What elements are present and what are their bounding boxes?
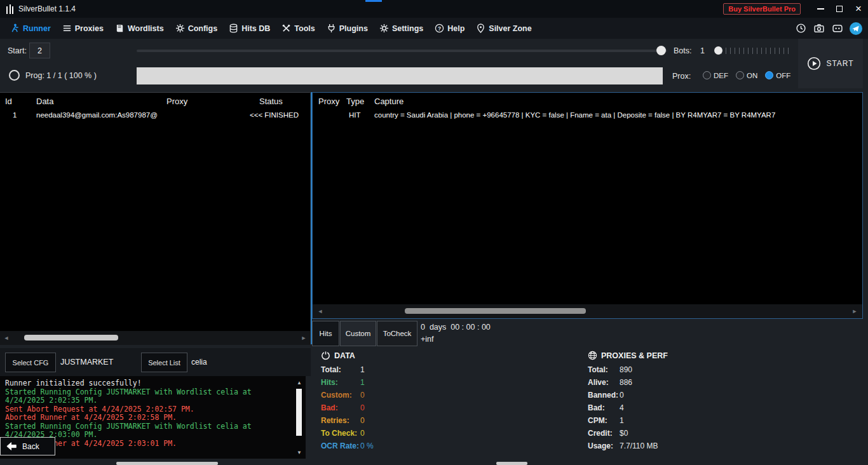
plug-icon	[327, 24, 336, 33]
radio-selected-icon	[765, 71, 773, 79]
help-icon: ?	[435, 24, 444, 33]
power-icon	[321, 351, 330, 360]
horizontal-scrollbar[interactable]: ◄ ►	[0, 331, 310, 345]
config-bar: Select CFG JUSTMARKET Select List celia	[0, 348, 311, 376]
column-header-id[interactable]: Id	[5, 97, 12, 106]
back-button-label: Back	[22, 442, 39, 451]
nav-label: Configs	[188, 24, 218, 33]
prox-radio-group: DEF ON OFF	[703, 71, 790, 79]
nav-item-plugins[interactable]: Plugins	[327, 24, 368, 33]
maximize-button[interactable]	[830, 0, 849, 18]
nav-label: Runner	[23, 24, 51, 33]
nav-item-tools[interactable]: Tools	[281, 24, 315, 33]
tab-custom[interactable]: Custom	[340, 321, 376, 346]
bots-label: Bots:	[674, 46, 692, 55]
close-button[interactable]: ×	[849, 0, 868, 18]
proxy-stats-panel: PROXIES & PERF Total:890 Alive:886 Banne…	[588, 351, 668, 454]
selected-config-name: JUSTMARKET	[60, 358, 113, 367]
bots-slider[interactable]	[713, 44, 792, 57]
log-line: Started Running Config JUSTMARKET with W…	[5, 388, 269, 405]
bottom-scrollbar-thumb[interactable]	[116, 462, 218, 465]
timer-limit: +inf	[421, 335, 434, 344]
nav-label: Wordlists	[128, 24, 164, 33]
minimize-button[interactable]	[811, 0, 830, 18]
column-header-proxy[interactable]: Proxy	[318, 97, 339, 106]
nav-item-settings[interactable]: Settings	[379, 24, 423, 33]
scroll-right-icon[interactable]: ►	[850, 304, 860, 318]
scrollbar-thumb[interactable]	[405, 308, 586, 314]
select-cfg-button[interactable]: Select CFG	[5, 353, 56, 372]
nav-item-configs[interactable]: Configs	[175, 24, 218, 33]
minimize-icon	[817, 8, 824, 10]
log-line: Aborted Runner at 4/24/2025 2:02:58 PM.	[5, 414, 269, 422]
nav-item-hits-db[interactable]: Hits DB	[229, 24, 270, 33]
column-header-proxy[interactable]: Proxy	[166, 97, 187, 106]
nav-item-wordlists[interactable]: Wordlists	[115, 24, 164, 33]
row-cell-status[interactable]: <<< FINISHED	[250, 111, 299, 119]
buy-pro-button[interactable]: Buy SilverBullet Pro	[723, 3, 801, 15]
bottom-scrollbar-thumb[interactable]	[496, 462, 527, 465]
scroll-up-icon[interactable]: ▲	[295, 379, 304, 386]
nav-item-help[interactable]: ? Help	[435, 24, 465, 33]
column-header-status[interactable]: Status	[259, 97, 283, 106]
discord-button[interactable]	[831, 22, 844, 36]
scrollbar-thumb[interactable]	[296, 389, 302, 436]
select-list-button[interactable]: Select List	[141, 353, 187, 372]
column-header-type[interactable]: Type	[346, 97, 364, 106]
nav-item-runner[interactable]: Runner	[10, 24, 51, 33]
svg-text:?: ?	[438, 25, 441, 32]
back-button[interactable]: Back	[0, 437, 55, 455]
nav-item-silver-zone[interactable]: Silver Zone	[476, 24, 531, 33]
horizontal-scrollbar[interactable]: ◄ ►	[313, 304, 862, 318]
stat-proxy-alive: Alive:886	[588, 378, 668, 391]
stat-bad: Bad:0	[321, 403, 374, 416]
nav-item-proxies[interactable]: Proxies	[62, 24, 104, 33]
telegram-button[interactable]	[849, 22, 863, 36]
progress-slider[interactable]	[137, 46, 667, 56]
pin-icon	[476, 24, 485, 33]
slider-track	[137, 50, 667, 52]
nav-label: Proxies	[75, 24, 104, 33]
row-cell-type[interactable]: HIT	[349, 111, 361, 119]
stat-cpm: CPM:1	[588, 416, 668, 429]
start-button-label: START	[826, 59, 853, 68]
start-button[interactable]: START	[798, 39, 863, 88]
gear-icon	[379, 24, 389, 33]
screenshot-button[interactable]	[812, 22, 826, 36]
scroll-down-icon[interactable]: ▼	[295, 448, 304, 456]
bots-value: 1	[700, 46, 705, 55]
tab-label: Hits	[320, 330, 332, 337]
column-header-capture[interactable]: Capture	[374, 97, 403, 106]
tab-label: Custom	[346, 330, 371, 337]
tab-hits[interactable]: Hits	[312, 321, 339, 346]
row-cell-capture[interactable]: country = Saudi Arabia | phone = +966457…	[374, 111, 775, 119]
tab-label: ToCheck	[383, 330, 412, 337]
history-button[interactable]	[794, 22, 808, 36]
nav-label: Tools	[294, 24, 315, 33]
slider-thumb[interactable]	[714, 46, 722, 55]
prox-option-on[interactable]: ON	[736, 71, 757, 79]
tab-tocheck[interactable]: ToCheck	[377, 321, 417, 346]
nav-label: Settings	[392, 24, 423, 33]
main-nav: Runner Proxies Wordlists Configs Hits DB…	[0, 18, 868, 39]
scroll-left-icon[interactable]: ◄	[315, 304, 325, 318]
progress-indicator-circle	[9, 70, 20, 81]
start-input[interactable]	[29, 43, 50, 58]
stat-usage: Usage:7.7/110 MB	[588, 441, 668, 454]
scroll-right-icon[interactable]: ►	[299, 331, 309, 345]
row-cell-id[interactable]: 1	[13, 111, 17, 119]
slider-ticks	[717, 48, 790, 54]
app-logo-icon	[6, 4, 13, 14]
history-icon	[796, 23, 806, 34]
prox-option-off[interactable]: OFF	[765, 71, 790, 79]
scrollbar-thumb[interactable]	[24, 335, 118, 340]
row-cell-data[interactable]: needaal394@gmail.com:As987987@	[36, 111, 158, 119]
scroll-left-icon[interactable]: ◄	[1, 331, 11, 345]
prox-option-def[interactable]: DEF	[703, 71, 728, 79]
nav-label: Silver Zone	[489, 24, 531, 33]
hits-grid: Proxy Type Capture HIT country = Saudi A…	[312, 92, 863, 319]
data-stats-title: DATA	[334, 351, 355, 360]
slider-thumb[interactable]	[656, 46, 666, 55]
column-header-data[interactable]: Data	[36, 97, 53, 106]
log-vertical-scrollbar[interactable]: ▲ ▼	[295, 379, 304, 456]
